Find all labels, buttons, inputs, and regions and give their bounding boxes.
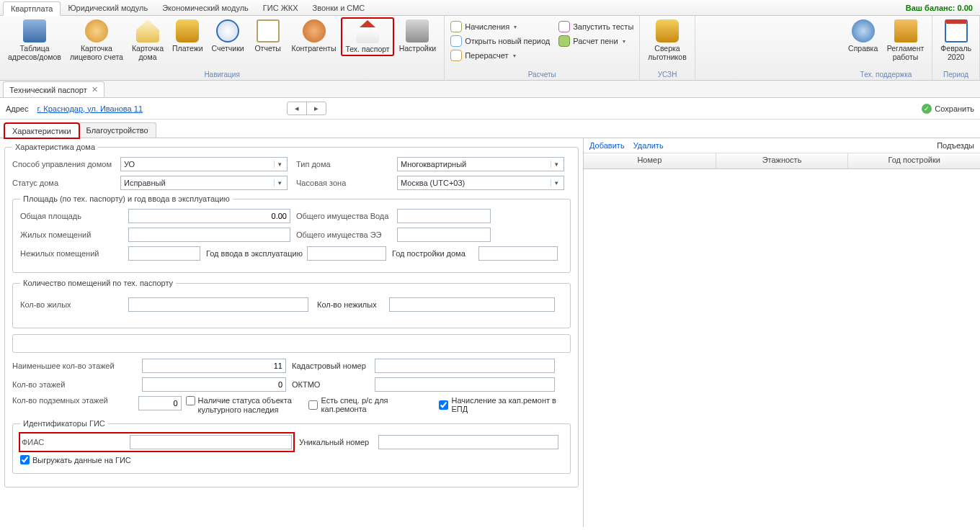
- btn-help[interactable]: Справка: [845, 17, 882, 55]
- lbl-underground: Кол-во подземных этажей: [12, 396, 138, 405]
- btn-account-card[interactable]: Карточкалицевого счета: [66, 17, 127, 63]
- tools-icon: [406, 19, 429, 42]
- btn-delete[interactable]: Удалить: [633, 141, 664, 150]
- chevron-down-icon[interactable]: ▾: [274, 161, 285, 168]
- next-button[interactable]: ▸: [307, 102, 326, 114]
- ritem-recalc[interactable]: Перерасчет▾: [449, 49, 551, 62]
- chevron-down-icon: ▾: [513, 53, 516, 59]
- ribbon-tab-legal[interactable]: Юридический модуль: [61, 1, 155, 14]
- ribbon-tab-gis[interactable]: ГИС ЖКХ: [256, 1, 306, 14]
- fs-count: Количество помещений по тех. паспорту Ко…: [12, 279, 571, 328]
- btn-tech-passport[interactable]: Тех. паспорт: [341, 17, 393, 56]
- btn-contractors[interactable]: Контрагенты: [288, 17, 340, 55]
- ritem-penalty[interactable]: Расчет пени▾: [557, 35, 635, 48]
- cb-spec-account[interactable]: Есть спец. р/с для кап.ремонта: [308, 396, 432, 413]
- doc-plus-icon: [450, 21, 462, 32]
- col-floors[interactable]: Этажность: [716, 153, 849, 169]
- ritem-charges[interactable]: Начисления▾: [449, 20, 551, 33]
- lbl-house-type: Тип дома: [296, 160, 397, 169]
- ritem-run-tests[interactable]: Запустить тесты: [557, 20, 635, 33]
- tab-amenities[interactable]: Благоустройство: [79, 122, 156, 138]
- document-tab-label: Технический паспорт: [9, 86, 87, 94]
- gauge-icon: [216, 19, 239, 42]
- input-oktmo[interactable]: [375, 377, 555, 392]
- chevron-down-icon[interactable]: ▾: [274, 179, 285, 187]
- ribbon-tab-kvartplata[interactable]: Квартплата: [3, 1, 61, 16]
- input-living-area[interactable]: [128, 228, 290, 242]
- right-toolbar: Добавить Удалить Подъезды: [584, 138, 980, 153]
- lbl-tz: Часовая зона: [296, 179, 397, 187]
- address-link[interactable]: г. Краснодар, ул. Иванова 11: [37, 104, 143, 113]
- chevron-down-icon: ▾: [623, 38, 625, 45]
- chevron-down-icon[interactable]: ▾: [551, 179, 562, 187]
- input-common-water[interactable]: [397, 209, 491, 223]
- input-floors[interactable]: [142, 377, 286, 392]
- fs-main: Характеристика дома Способ управления до…: [4, 143, 579, 488]
- left-pane: Характеристика дома Способ управления до…: [0, 138, 584, 527]
- input-fias[interactable]: [130, 435, 292, 449]
- fs-main-legend: Характеристика дома: [12, 143, 98, 151]
- input-underground[interactable]: [138, 396, 182, 410]
- input-min-floors[interactable]: [142, 359, 286, 373]
- input-unique[interactable]: [378, 435, 558, 449]
- group-label-calc: Расчеты: [449, 70, 635, 80]
- check-icon: ✓: [922, 104, 932, 114]
- combo-house-type[interactable]: Многоквартирный▾: [397, 157, 564, 171]
- btn-house-card[interactable]: Карточкадома: [128, 17, 167, 63]
- save-button[interactable]: ✓ Сохранить: [922, 104, 974, 114]
- chevron-down-icon[interactable]: ▾: [551, 161, 562, 168]
- address-label: Адрес: [6, 104, 29, 113]
- btn-meters[interactable]: Счетчики: [208, 17, 248, 55]
- input-nonliving-area[interactable]: [128, 246, 200, 261]
- input-total-area[interactable]: [128, 209, 290, 223]
- lbl-common-water: Общего имущества Вода: [296, 212, 397, 220]
- group-label-nav: Навигация: [4, 70, 440, 80]
- input-count-living[interactable]: [128, 297, 308, 312]
- document-tab[interactable]: Технический паспорт ✕: [3, 81, 104, 97]
- house-red-icon: [356, 20, 379, 43]
- cb-heritage[interactable]: Наличие статуса объекта культурного насл…: [186, 396, 305, 415]
- lbl-count-nonliving: Кол-во нежилых: [317, 300, 389, 309]
- lbl-nonliving-area: Нежилых помещений: [20, 249, 128, 258]
- col-year[interactable]: Год постройки: [848, 153, 980, 169]
- tab-characteristics[interactable]: Характеристики: [4, 123, 79, 138]
- prev-button[interactable]: ◂: [288, 102, 307, 114]
- btn-add[interactable]: Добавить: [589, 141, 625, 150]
- ribbon-tab-economic[interactable]: Экономический модуль: [155, 1, 256, 14]
- btn-payments[interactable]: Платежи: [169, 17, 207, 55]
- input-count-nonliving[interactable]: [389, 297, 555, 312]
- balance-label: Ваш баланс: 0.00: [906, 4, 977, 12]
- calendar-icon: [945, 19, 968, 42]
- lbl-living-area: Жилых помещений: [20, 230, 128, 239]
- fs-area-legend: Площадь (по тех. паспорту) и год ввода в…: [20, 194, 233, 203]
- col-number[interactable]: Номер: [584, 153, 716, 169]
- combo-management[interactable]: УО▾: [120, 157, 288, 171]
- cb-upload-gis[interactable]: Выгружать данные на ГИС: [20, 455, 131, 464]
- group-label-support: Тех. поддержка: [845, 70, 928, 80]
- btn-address-table[interactable]: Таблицаадресов/домов: [4, 17, 65, 63]
- fs-count-legend: Количество помещений по тех. паспорту: [20, 279, 176, 287]
- combo-tz[interactable]: Москва (UTC+03)▾: [397, 176, 564, 190]
- right-table-body: [584, 169, 980, 527]
- btn-reports[interactable]: Отчеты: [249, 17, 287, 55]
- btn-period[interactable]: Февраль2020: [937, 17, 975, 63]
- input-cadastral[interactable]: [375, 359, 555, 373]
- btn-reglament[interactable]: Регламентработы: [883, 17, 928, 63]
- address-bar: Адрес г. Краснодар, ул. Иванова 11 ◂ ▸ ✓…: [0, 98, 980, 120]
- input-common-ee[interactable]: [397, 228, 491, 242]
- btn-uszn[interactable]: Сверкальготников: [644, 17, 690, 63]
- ritem-open-period[interactable]: Открыть новый период: [449, 35, 551, 48]
- input-year-enter[interactable]: [307, 246, 386, 261]
- db-people-icon: [656, 19, 679, 42]
- right-title: Подъезды: [937, 141, 974, 150]
- combo-status[interactable]: Исправный▾: [120, 176, 288, 190]
- input-year-build[interactable]: [478, 246, 558, 261]
- cb-epd[interactable]: Начисление за кап.ремонт в ЕПД: [439, 396, 571, 413]
- ribbon-tab-calls[interactable]: Звонки и СМС: [306, 1, 373, 14]
- test-icon: [558, 21, 570, 32]
- fs-gis-legend: Идентификаторы ГИС: [20, 419, 108, 428]
- close-icon[interactable]: ✕: [92, 85, 98, 94]
- btn-settings[interactable]: Настройки: [396, 17, 440, 55]
- lbl-floors: Кол-во этажей: [12, 380, 142, 389]
- document-tab-bar: Технический паспорт ✕: [0, 81, 980, 98]
